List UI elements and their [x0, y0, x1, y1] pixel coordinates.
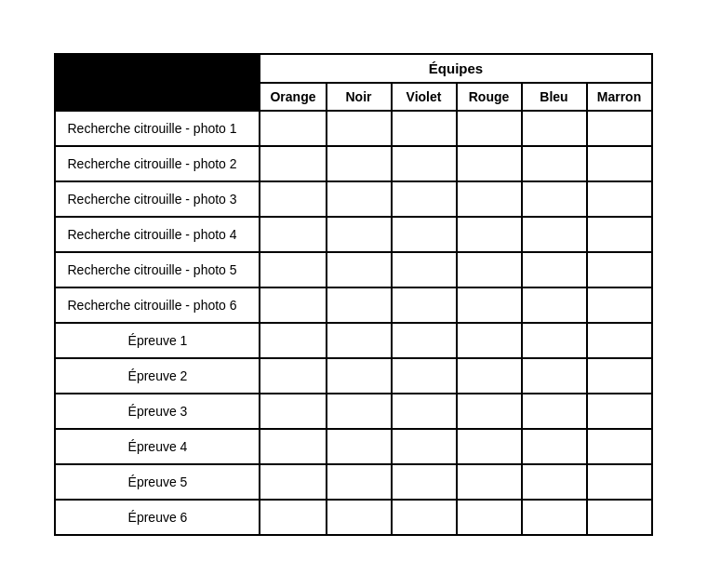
data-cell[interactable]	[327, 181, 392, 217]
data-cell[interactable]	[327, 146, 392, 181]
data-cell[interactable]	[327, 358, 392, 394]
row-label: Recherche citrouille - photo 6	[55, 287, 260, 323]
data-cell[interactable]	[260, 181, 326, 217]
row-label: Recherche citrouille - photo 4	[55, 217, 260, 252]
data-cell[interactable]	[587, 181, 652, 217]
data-cell[interactable]	[392, 146, 457, 181]
data-cell[interactable]	[392, 111, 457, 146]
table-row: Épreuve 4	[55, 429, 651, 464]
data-cell[interactable]	[587, 287, 652, 323]
data-cell[interactable]	[522, 146, 587, 181]
data-cell[interactable]	[260, 394, 326, 429]
data-cell[interactable]	[457, 146, 522, 181]
data-cell[interactable]	[327, 323, 392, 358]
data-cell[interactable]	[327, 500, 392, 535]
data-cell[interactable]	[522, 464, 587, 500]
table-row: Recherche citrouille - photo 6	[55, 287, 651, 323]
data-cell[interactable]	[457, 464, 522, 500]
data-cell[interactable]	[392, 500, 457, 535]
data-cell[interactable]	[522, 500, 587, 535]
data-cell[interactable]	[587, 429, 652, 464]
data-cell[interactable]	[587, 500, 652, 535]
data-cell[interactable]	[457, 111, 522, 146]
data-cell[interactable]	[260, 217, 326, 252]
data-cell[interactable]	[392, 464, 457, 500]
table-row: Recherche citrouille - photo 5	[55, 252, 651, 287]
row-label: Recherche citrouille - photo 2	[55, 146, 260, 181]
data-cell[interactable]	[457, 287, 522, 323]
data-cell[interactable]	[392, 358, 457, 394]
data-cell[interactable]	[457, 217, 522, 252]
data-cell[interactable]	[457, 252, 522, 287]
table-row: Recherche citrouille - photo 3	[55, 181, 651, 217]
table-row: Épreuve 3	[55, 394, 651, 429]
data-cell[interactable]	[260, 429, 326, 464]
data-cell[interactable]	[522, 323, 587, 358]
data-cell[interactable]	[457, 181, 522, 217]
data-cell[interactable]	[327, 464, 392, 500]
table-row: Épreuve 5	[55, 464, 651, 500]
table-container: Équipes Orange Noir Violet Rouge Bleu Ma…	[35, 34, 671, 555]
data-cell[interactable]	[392, 323, 457, 358]
data-cell[interactable]	[327, 394, 392, 429]
equipes-header: Équipes	[260, 54, 651, 83]
data-cell[interactable]	[327, 287, 392, 323]
data-cell[interactable]	[392, 429, 457, 464]
team-header-noir: Noir	[327, 83, 392, 111]
data-cell[interactable]	[392, 394, 457, 429]
table-row: Recherche citrouille - photo 2	[55, 146, 651, 181]
data-cell[interactable]	[457, 429, 522, 464]
data-cell[interactable]	[327, 252, 392, 287]
data-cell[interactable]	[260, 146, 326, 181]
data-cell[interactable]	[392, 252, 457, 287]
data-cell[interactable]	[457, 358, 522, 394]
data-cell[interactable]	[392, 181, 457, 217]
data-cell[interactable]	[522, 181, 587, 217]
data-cell[interactable]	[587, 464, 652, 500]
data-cell[interactable]	[457, 500, 522, 535]
team-header-violet: Violet	[392, 83, 457, 111]
row-label: Épreuve 3	[55, 394, 260, 429]
data-cell[interactable]	[260, 323, 326, 358]
row-label: Recherche citrouille - photo 3	[55, 181, 260, 217]
data-cell[interactable]	[260, 287, 326, 323]
data-cell[interactable]	[260, 111, 326, 146]
data-cell[interactable]	[327, 217, 392, 252]
row-label: Épreuve 6	[55, 500, 260, 535]
data-cell[interactable]	[392, 217, 457, 252]
row-label: Épreuve 1	[55, 323, 260, 358]
data-cell[interactable]	[260, 464, 326, 500]
corner-header	[55, 54, 260, 83]
data-cell[interactable]	[327, 111, 392, 146]
row-label-header	[55, 83, 260, 111]
row-label: Épreuve 2	[55, 358, 260, 394]
data-cell[interactable]	[587, 111, 652, 146]
data-cell[interactable]	[587, 146, 652, 181]
data-cell[interactable]	[392, 287, 457, 323]
team-header-marron: Marron	[587, 83, 652, 111]
table-row: Épreuve 1	[55, 323, 651, 358]
data-cell[interactable]	[587, 394, 652, 429]
data-cell[interactable]	[522, 287, 587, 323]
data-cell[interactable]	[457, 323, 522, 358]
data-cell[interactable]	[260, 358, 326, 394]
data-cell[interactable]	[260, 252, 326, 287]
data-cell[interactable]	[522, 358, 587, 394]
data-cell[interactable]	[522, 394, 587, 429]
table-row: Épreuve 2	[55, 358, 651, 394]
row-label: Recherche citrouille - photo 5	[55, 252, 260, 287]
data-cell[interactable]	[522, 252, 587, 287]
data-cell[interactable]	[587, 323, 652, 358]
team-header-rouge: Rouge	[457, 83, 522, 111]
data-cell[interactable]	[522, 111, 587, 146]
data-cell[interactable]	[587, 252, 652, 287]
data-cell[interactable]	[457, 394, 522, 429]
data-cell[interactable]	[522, 429, 587, 464]
data-cell[interactable]	[327, 429, 392, 464]
table-row: Épreuve 6	[55, 500, 651, 535]
data-cell[interactable]	[522, 217, 587, 252]
data-cell[interactable]	[260, 500, 326, 535]
data-cell[interactable]	[587, 217, 652, 252]
team-header-orange: Orange	[260, 83, 326, 111]
data-cell[interactable]	[587, 358, 652, 394]
